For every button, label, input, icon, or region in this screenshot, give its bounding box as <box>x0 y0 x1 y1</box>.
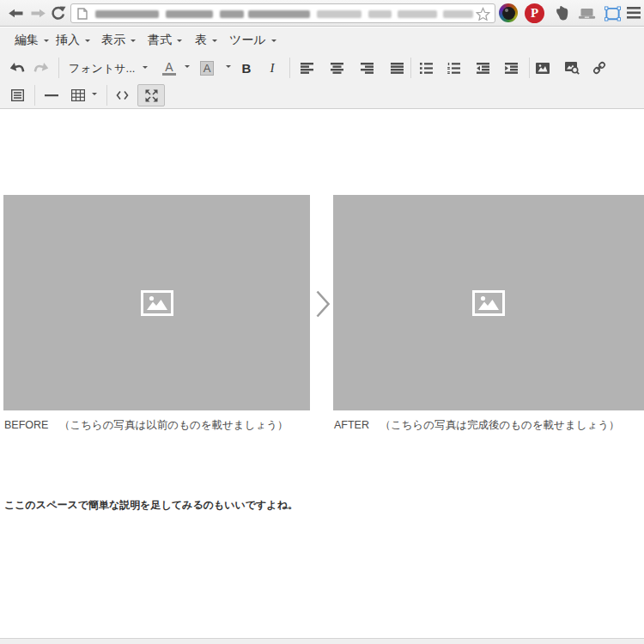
align-left-button[interactable] <box>295 58 319 78</box>
text-color-dropdown[interactable] <box>180 58 194 78</box>
menu-insert-label: 挿入 <box>56 33 80 48</box>
source-code-icon <box>116 90 129 100</box>
menu-edit-label: 編集 <box>15 33 39 48</box>
menu-table-label: 表 <box>195 33 207 48</box>
image-icon <box>536 63 550 74</box>
menu-view-label: 表示 <box>101 33 125 48</box>
browser-toolbar: P <box>0 0 644 27</box>
extension-evernote-icon[interactable] <box>553 5 571 26</box>
italic-button[interactable]: I <box>260 58 284 78</box>
browser-menu-icon[interactable] <box>627 7 641 22</box>
note-text[interactable]: ここのスペースで簡単な説明を足してみるのもいいですよね。 <box>4 498 298 513</box>
redacted-url-block <box>317 10 361 18</box>
image-placeholder-icon <box>141 290 173 316</box>
numbered-list-button[interactable] <box>441 58 465 78</box>
extension-capture-icon[interactable] <box>605 6 621 25</box>
address-bar[interactable] <box>70 3 495 23</box>
undo-icon <box>9 60 25 76</box>
align-right-icon <box>361 63 374 74</box>
table-button[interactable] <box>67 85 89 106</box>
back-icon[interactable] <box>8 7 24 20</box>
image-placeholder-icon <box>472 290 505 316</box>
outdent-icon <box>477 63 489 74</box>
indent-button[interactable] <box>499 58 523 78</box>
arrow-right-chevron <box>316 290 331 318</box>
forward-icon[interactable] <box>30 7 46 20</box>
menu-view[interactable]: 表示 <box>101 27 136 53</box>
extension-color-lens-icon[interactable] <box>499 3 518 22</box>
background-color-dropdown[interactable] <box>222 58 235 78</box>
template-icon <box>11 89 24 101</box>
chevron-down-icon <box>143 66 148 71</box>
template-button[interactable] <box>5 85 29 106</box>
image-tools-icon <box>565 62 580 75</box>
outdent-button[interactable] <box>471 58 495 78</box>
chevron-down-icon <box>212 39 217 45</box>
indent-icon <box>505 63 518 74</box>
editor-statusbar <box>0 638 644 644</box>
bold-icon: B <box>242 61 252 76</box>
table-dropdown[interactable] <box>88 85 101 106</box>
menu-table[interactable]: 表 <box>195 27 217 53</box>
align-center-button[interactable] <box>325 58 349 78</box>
page: P <box>0 0 644 644</box>
align-left-icon <box>301 63 313 74</box>
numbered-list-icon <box>447 63 460 74</box>
menu-insert[interactable]: 挿入 <box>56 27 90 53</box>
editor-menubar: 編集 挿入 表示 書式 表 ツール <box>0 27 644 53</box>
menu-format[interactable]: 書式 <box>148 27 182 53</box>
undo-button[interactable] <box>5 58 29 78</box>
editor-content[interactable]: BEFORE （こちらの写真は以前のものを載せましょう） AFTER （こちらの… <box>0 109 644 638</box>
chevron-down-icon <box>177 39 182 45</box>
before-caption[interactable]: BEFORE （こちらの写真は以前のものを載せましょう） <box>4 418 289 433</box>
before-image-placeholder[interactable] <box>3 195 310 410</box>
text-color-button[interactable]: A <box>158 58 180 78</box>
chevron-down-icon <box>92 93 97 98</box>
extension-pinterest-icon[interactable]: P <box>525 3 544 23</box>
extension-screenshot-icon[interactable] <box>578 8 596 23</box>
redacted-url-block <box>443 10 473 18</box>
after-image-placeholder[interactable] <box>333 195 644 410</box>
redacted-url-block <box>95 10 159 18</box>
menu-edit[interactable]: 編集 <box>15 27 49 53</box>
background-color-icon: A <box>200 61 215 76</box>
fullscreen-icon <box>145 89 158 102</box>
chevron-down-icon <box>271 39 276 45</box>
font-size-select[interactable]: フォントサ... <box>64 58 153 78</box>
horizontal-rule-button[interactable] <box>39 85 64 106</box>
source-code-button[interactable] <box>110 85 134 106</box>
insert-image-button[interactable] <box>531 58 555 78</box>
redacted-url-block <box>368 10 392 18</box>
fullscreen-button[interactable] <box>137 84 165 106</box>
redo-button[interactable] <box>29 58 53 78</box>
bold-button[interactable]: B <box>234 58 258 78</box>
bookmark-star-icon[interactable] <box>476 7 490 21</box>
horizontal-rule-icon <box>45 94 58 97</box>
text-color-icon: A <box>162 61 175 76</box>
insert-link-button[interactable] <box>587 58 611 78</box>
chevron-down-icon <box>44 39 49 45</box>
redo-icon <box>33 60 49 76</box>
editor-toolbar-row1: フォントサ... A A B I <box>0 53 644 82</box>
editor-toolbar-row2 <box>0 82 644 109</box>
after-caption[interactable]: AFTER （こちらの写真は完成後のものを載せましょう） <box>334 418 620 433</box>
bullet-list-button[interactable] <box>414 58 438 78</box>
chevron-down-icon <box>85 39 90 45</box>
reload-icon[interactable] <box>50 6 66 21</box>
italic-icon: I <box>270 61 275 76</box>
bullet-list-icon <box>420 63 433 74</box>
align-center-icon <box>331 63 343 74</box>
link-icon <box>592 61 606 75</box>
redacted-url-block <box>166 10 213 18</box>
align-right-button[interactable] <box>355 58 379 78</box>
menu-format-label: 書式 <box>148 33 172 48</box>
table-icon <box>71 89 85 101</box>
justify-button[interactable] <box>385 58 409 78</box>
background-color-button[interactable]: A <box>196 58 218 78</box>
chevron-down-icon <box>226 65 231 70</box>
redacted-url-block <box>398 10 437 18</box>
image-tools-button[interactable] <box>560 58 584 78</box>
menu-tools[interactable]: ツール <box>229 27 276 53</box>
chevron-down-icon <box>185 65 190 70</box>
page-icon <box>77 8 88 20</box>
